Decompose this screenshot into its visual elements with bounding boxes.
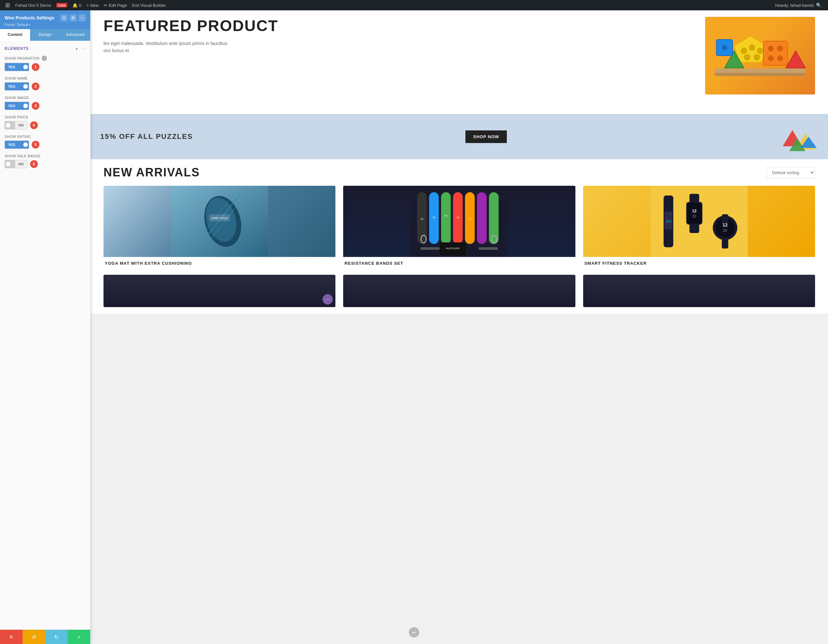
- collapse-icon[interactable]: ▲: [74, 45, 79, 51]
- image-slider[interactable]: [19, 102, 29, 110]
- site-name[interactable]: Fahad Divi 5 Demo: [13, 0, 54, 10]
- show-image-controls: YES 3: [5, 102, 86, 110]
- svg-rect-45: [479, 247, 498, 250]
- panel-header-icons: ⊡ ⊞ ⋯: [61, 14, 86, 21]
- show-price-row: Show Price NO 4: [5, 115, 86, 129]
- svg-rect-36: [489, 192, 499, 244]
- new-button[interactable]: + New: [84, 0, 102, 10]
- panel-title-row: Woo Products Settings ⊡ ⊞ ⋯: [5, 14, 86, 21]
- product-image-bands: 40 30 50 20 10 HUSTLERS: [343, 186, 575, 257]
- svg-text:40: 40: [421, 217, 424, 220]
- svg-point-10: [777, 46, 783, 52]
- show-price-toggle[interactable]: NO: [5, 121, 28, 129]
- sale-badge-no-label[interactable]: NO: [15, 160, 27, 168]
- show-name-toggle[interactable]: YES: [5, 82, 29, 91]
- ad-banner: 15% OFF ALL PUZZLES SHOP NOW: [91, 114, 828, 159]
- svg-rect-8: [763, 41, 787, 65]
- panel-body: Elements ▲ ⋯ Show Pagination ? YES 1: [0, 41, 90, 314]
- svg-text:JADE YOGA: JADE YOGA: [211, 217, 228, 220]
- live-badge: Live: [56, 3, 67, 8]
- product-card-bands: 40 30 50 20 10 HUSTLERS: [343, 186, 575, 267]
- show-name-label: Show Name: [5, 76, 86, 80]
- show-image-toggle[interactable]: YES: [5, 102, 29, 110]
- svg-text:50: 50: [445, 214, 448, 217]
- svg-rect-35: [477, 192, 487, 244]
- svg-rect-62: [721, 214, 728, 223]
- tab-advanced[interactable]: Advanced: [60, 29, 90, 41]
- tracker-name: SMART FITNESS TRACKER: [583, 257, 815, 267]
- name-slider[interactable]: [19, 83, 29, 90]
- product-image-dark1: ⋯: [104, 275, 336, 307]
- show-price-label: Show Price: [5, 115, 86, 119]
- svg-point-12: [777, 55, 783, 61]
- elements-section-header: Elements ▲ ⋯: [5, 45, 86, 51]
- rating-slider[interactable]: [19, 141, 29, 149]
- name-yes-label[interactable]: YES: [5, 83, 19, 90]
- sale-badge-slider[interactable]: [5, 160, 15, 168]
- svg-text:12: 12: [692, 209, 697, 213]
- name-badge: 2: [32, 83, 39, 90]
- yoga-mat-svg: JADE YOGA: [104, 186, 336, 257]
- live-indicator[interactable]: Live: [54, 0, 70, 10]
- svg-rect-56: [689, 194, 699, 203]
- svg-point-7: [754, 54, 760, 61]
- show-rating-controls: YES 5: [5, 140, 86, 149]
- products-header: NEW ARRIVALS Default sorting Sort by pop…: [104, 166, 815, 179]
- panel-more-button[interactable]: ⋯: [78, 14, 86, 21]
- price-badge: 4: [30, 121, 38, 129]
- new-label: New: [90, 3, 99, 8]
- svg-text:22: 22: [693, 215, 696, 218]
- svg-marker-13: [786, 51, 805, 68]
- panel-fullscreen-button[interactable]: ⊡: [61, 14, 67, 21]
- svg-rect-32: [441, 192, 451, 244]
- sort-select[interactable]: Default sorting Sort by popularity Sort …: [767, 167, 815, 178]
- panel-columns-button[interactable]: ⊞: [69, 14, 77, 21]
- svg-text:HUSTLERS: HUSTLERS: [446, 247, 460, 250]
- svg-text:10: 10: [469, 217, 472, 220]
- price-slider[interactable]: [5, 121, 15, 129]
- section-more-icon[interactable]: ⋯: [80, 45, 86, 51]
- tab-design[interactable]: Design: [30, 29, 60, 41]
- chat-bubble-icon[interactable]: ⋯: [323, 294, 333, 305]
- search-icon[interactable]: 🔍: [815, 1, 823, 9]
- products-section: NEW ARRIVALS Default sorting Sort by pop…: [91, 159, 828, 314]
- wp-logo-button[interactable]: ⊞: [3, 0, 13, 10]
- svg-point-6: [744, 54, 750, 61]
- pagination-yes-label[interactable]: YES: [5, 63, 19, 71]
- product-grid: JADE YOGA YOGA MAT WITH EXTRA CUSHIONING: [104, 186, 815, 267]
- svg-point-5: [757, 47, 763, 54]
- show-image-label: Show Image: [5, 96, 86, 100]
- product-card-dark1: ⋯: [104, 275, 336, 307]
- show-image-row: Show Image YES 3: [5, 96, 86, 110]
- pagination-help-icon[interactable]: ?: [42, 56, 47, 61]
- section-controls: ▲ ⋯: [74, 45, 86, 51]
- admin-bar-right: Howdy, fahad-hamid 🔍: [775, 1, 825, 9]
- page-wrapper: Woo Products Settings ⊡ ⊞ ⋯ Preset: Defa…: [0, 10, 828, 314]
- svg-text:20: 20: [457, 216, 459, 219]
- show-name-row: Show Name YES 2: [5, 76, 86, 91]
- show-rating-row: Show Rating YES 5: [5, 135, 86, 149]
- product-card-tracker: 12:2 12 22 12: [583, 186, 815, 267]
- show-sale-badge-label: Show Sale Badge: [5, 154, 86, 158]
- show-pagination-label: Show Pagination ?: [5, 56, 86, 61]
- arrivals-title: NEW ARRIVALS: [104, 166, 200, 179]
- notifications[interactable]: 🔔 0: [70, 0, 84, 10]
- show-sale-badge-row: Show Sale Badge NO 6: [5, 154, 86, 168]
- product-image-tracker: 12:2 12 22 12: [583, 186, 815, 257]
- shop-now-button[interactable]: SHOP NOW: [466, 130, 507, 143]
- show-rating-toggle[interactable]: YES: [5, 140, 29, 149]
- exit-builder-button[interactable]: Exit Visual Builder: [130, 0, 169, 10]
- show-pagination-toggle[interactable]: YES: [5, 63, 29, 71]
- main-content: FEATURED PRODUCT leo eget malesuada. Ves…: [91, 10, 828, 314]
- panel-header: Woo Products Settings ⊡ ⊞ ⋯ Preset: Defa…: [0, 10, 90, 29]
- tab-content[interactable]: Content: [0, 29, 30, 41]
- rating-yes-label[interactable]: YES: [5, 141, 19, 149]
- image-yes-label[interactable]: YES: [5, 102, 19, 110]
- plus-icon: +: [87, 3, 89, 8]
- price-no-label[interactable]: NO: [15, 121, 27, 129]
- pagination-slider[interactable]: [19, 63, 29, 71]
- product-image-dark3: [583, 275, 815, 307]
- show-sale-badge-toggle[interactable]: NO: [5, 160, 28, 168]
- svg-rect-57: [689, 224, 699, 233]
- edit-page-button[interactable]: ✏ Edit Page: [101, 0, 129, 10]
